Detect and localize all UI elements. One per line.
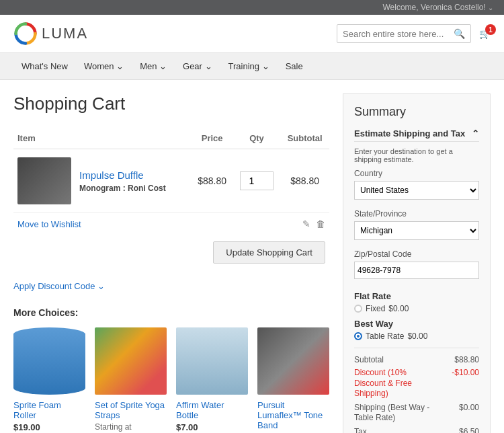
- shipping-tax-header: Estimate Shipping and Tax ⌃: [354, 128, 479, 142]
- discount-label: Apply Discount Code: [13, 281, 95, 291]
- item-price: $88.80: [191, 149, 233, 213]
- nav-training[interactable]: Training ⌄: [220, 53, 278, 79]
- logo-text: LUMA: [42, 25, 88, 42]
- water-bottle-price: $7.00: [176, 422, 248, 432]
- option-label: Monogram :: [79, 184, 126, 193]
- yoga-straps-name[interactable]: Set of Sprite Yoga Straps: [95, 400, 167, 420]
- product-image: [17, 157, 71, 204]
- zip-input[interactable]: [354, 262, 479, 279]
- subtotal-value: $88.80: [454, 355, 479, 364]
- tax-value: $6.50: [459, 427, 479, 433]
- zip-label: Zip/Postal Code: [354, 249, 479, 259]
- col-price: Price: [191, 128, 233, 149]
- product-card-tone-band: Pursuit Lumaflex™ Tone Band $16.00 ★★★★★…: [257, 327, 329, 433]
- quantity-input[interactable]: [240, 171, 274, 190]
- country-select[interactable]: United States: [354, 181, 479, 200]
- option-value: Roni Cost: [128, 184, 166, 193]
- product-card-yoga-straps: Set of Sprite Yoga Straps Starting at $1…: [95, 327, 167, 433]
- cart-count: 1: [485, 24, 496, 35]
- best-way-title: Best Way: [354, 319, 479, 329]
- logo[interactable]: LUMA: [13, 22, 88, 46]
- tax-row: Tax $6.50: [354, 427, 479, 433]
- nav-women[interactable]: Women ⌄: [76, 53, 132, 79]
- item-subtotal: $88.80: [280, 149, 329, 213]
- water-bottle-name[interactable]: Affirm Water Bottle: [176, 400, 248, 420]
- product-name[interactable]: Impulse Duffle: [79, 169, 166, 181]
- yoga-straps-sub: Starting at: [95, 422, 167, 432]
- summary-sidebar: Summary Estimate Shipping and Tax ⌃ Ente…: [343, 93, 491, 433]
- welcome-message: Welcome, Veronica Costello!: [382, 3, 485, 12]
- foam-roller-image: [13, 327, 85, 395]
- best-way-radio[interactable]: [354, 332, 362, 340]
- summary-title: Summary: [354, 105, 479, 119]
- navigation: What's New Women ⌄ Men ⌄ Gear ⌄ Training…: [0, 53, 504, 80]
- main-content: Shopping Cart Item Price Qty Subtotal Im…: [0, 80, 504, 433]
- search-box[interactable]: 🔍: [337, 24, 471, 43]
- move-to-wishlist[interactable]: Move to Wishlist: [17, 219, 81, 229]
- flat-rate-option[interactable]: Fixed $0.00: [354, 304, 479, 313]
- cart-section: Shopping Cart Item Price Qty Subtotal Im…: [13, 93, 329, 433]
- state-label: State/Province: [354, 209, 479, 219]
- search-input[interactable]: [343, 29, 454, 39]
- cart-icon[interactable]: 🛒 1: [479, 28, 491, 39]
- foam-roller-price: $19.00: [13, 422, 85, 432]
- foam-roller-name[interactable]: Sprite Foam Roller: [13, 400, 85, 420]
- best-way-option-label: Table Rate: [366, 331, 404, 341]
- subtotal-label: Subtotal: [354, 355, 384, 364]
- best-way-price: $0.00: [407, 331, 427, 341]
- products-grid: Sprite Foam Roller $19.00 Add to Cart ♡ …: [13, 327, 329, 433]
- state-select[interactable]: Michigan: [354, 221, 479, 240]
- best-way-option[interactable]: Table Rate $0.00: [354, 331, 479, 341]
- more-choices-section: More Choices: Sprite Foam Roller $19.00 …: [13, 307, 329, 433]
- nav-men[interactable]: Men ⌄: [132, 53, 175, 79]
- top-bar: Welcome, Veronica Costello! ⌄: [0, 0, 504, 15]
- discount-section: Apply Discount Code ⌄: [13, 281, 329, 291]
- search-button[interactable]: 🔍: [454, 28, 465, 39]
- product-option: Monogram : Roni Cost: [79, 184, 166, 193]
- discount-row: Discount (10% Discount & Free Shipping) …: [354, 368, 479, 399]
- summary-divider: [354, 348, 479, 348]
- subtotal-row: Subtotal $88.80: [354, 355, 479, 364]
- discount-label-summary: Discount (10% Discount & Free Shipping): [354, 368, 435, 399]
- logo-icon: [13, 22, 38, 46]
- flat-rate-title: Flat Rate: [354, 291, 479, 301]
- flat-rate-option-label: Fixed: [366, 304, 385, 313]
- yoga-straps-image: [95, 327, 167, 395]
- user-menu-chevron[interactable]: ⌄: [488, 4, 493, 11]
- product-card-water-bottle: Affirm Water Bottle $7.00 ★★★★★ 1 Review…: [176, 327, 248, 433]
- cart-actions-row: Move to Wishlist ✎ 🗑: [13, 213, 329, 235]
- edit-item-icon[interactable]: ✎: [302, 219, 310, 229]
- col-item: Item: [13, 128, 191, 149]
- tax-label: Tax: [354, 427, 367, 433]
- nav-whats-new[interactable]: What's New: [13, 53, 76, 79]
- shipping-description: Enter your destination to get a shipping…: [354, 147, 479, 163]
- shipping-row: Shipping (Best Way - Table Rate) $0.00: [354, 403, 479, 424]
- product-card-foam-roller: Sprite Foam Roller $19.00 Add to Cart ♡ …: [13, 327, 85, 433]
- nav-gear[interactable]: Gear ⌄: [175, 53, 220, 79]
- update-cart-row: Update Shopping Cart: [13, 235, 329, 270]
- discount-chevron: ⌄: [97, 281, 105, 291]
- shipping-label: Shipping (Best Way - Table Rate): [354, 403, 435, 424]
- water-bottle-image: [176, 327, 248, 395]
- shipping-collapse-icon[interactable]: ⌃: [472, 128, 479, 139]
- page-title: Shopping Cart: [13, 93, 329, 114]
- discount-toggle[interactable]: Apply Discount Code ⌄: [13, 281, 329, 291]
- discount-value: -$10.00: [452, 368, 479, 399]
- col-subtotal: Subtotal: [280, 128, 329, 149]
- tone-band-name[interactable]: Pursuit Lumaflex™ Tone Band: [257, 400, 329, 430]
- country-label: Country: [354, 169, 479, 178]
- more-choices-title: More Choices:: [13, 307, 329, 318]
- flat-rate-radio[interactable]: [354, 305, 362, 313]
- delete-item-icon[interactable]: 🗑: [316, 219, 325, 229]
- shipping-value: $0.00: [459, 403, 479, 424]
- tone-band-image: [257, 327, 329, 395]
- shipping-tax-label: Estimate Shipping and Tax: [354, 128, 465, 139]
- update-cart-button[interactable]: Update Shopping Cart: [213, 241, 325, 264]
- flat-rate-price: $0.00: [388, 304, 409, 313]
- cart-item-row: Impulse Duffle Monogram : Roni Cost $88.…: [13, 149, 329, 213]
- cart-table: Item Price Qty Subtotal Impulse Duffle M…: [13, 128, 329, 270]
- col-qty: Qty: [233, 128, 280, 149]
- site-header: LUMA 🔍 🛒 1: [0, 15, 504, 53]
- header-right: 🔍 🛒 1: [337, 24, 491, 43]
- nav-sale[interactable]: Sale: [278, 53, 311, 79]
